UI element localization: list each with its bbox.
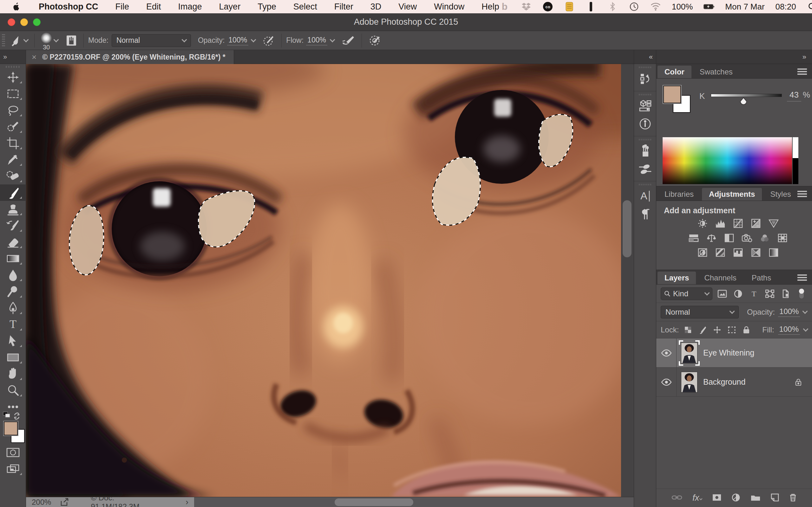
- color-balance-icon[interactable]: [705, 233, 717, 243]
- layer-thumbnail[interactable]: [681, 343, 698, 363]
- opacity-value[interactable]: 100%: [227, 36, 248, 45]
- delete-layer-button[interactable]: [789, 493, 797, 503]
- curves-icon[interactable]: [732, 218, 744, 228]
- lock-all-icon[interactable]: [741, 325, 752, 335]
- history-panel-button[interactable]: [634, 70, 656, 88]
- brush-settings-panel-button[interactable]: [634, 160, 656, 178]
- tool-clone-stamp[interactable]: [0, 201, 26, 217]
- menu-app-name[interactable]: Photoshop CC: [39, 2, 98, 12]
- brush-preset-picker[interactable]: 30: [37, 33, 62, 48]
- layer-style-button[interactable]: fx: [693, 493, 702, 503]
- levels-icon[interactable]: [714, 218, 726, 228]
- layer-visibility-toggle[interactable]: [656, 338, 676, 368]
- lock-artboard-icon[interactable]: [726, 325, 737, 335]
- panel-menu-icon[interactable]: [798, 274, 807, 276]
- new-layer-button[interactable]: [771, 493, 779, 503]
- threshold-icon[interactable]: [732, 247, 744, 258]
- menu-view[interactable]: View: [398, 2, 417, 12]
- channel-mixer-icon[interactable]: [759, 233, 771, 243]
- panel-menu-icon[interactable]: [798, 68, 807, 70]
- menu-help[interactable]: Help: [481, 2, 499, 12]
- menu-window[interactable]: Window: [434, 2, 464, 12]
- character-panel-button[interactable]: A: [634, 187, 656, 205]
- tool-dodge[interactable]: [0, 283, 26, 300]
- tool-preset-picker[interactable]: [5, 33, 32, 48]
- tool-move[interactable]: [0, 69, 26, 86]
- menu-file[interactable]: File: [115, 2, 129, 12]
- tool-pen[interactable]: [0, 300, 26, 316]
- photo-closeup-face[interactable]: [26, 64, 621, 497]
- panels-collapse-header[interactable]: »: [656, 50, 812, 64]
- menu-image[interactable]: Image: [178, 2, 202, 12]
- new-group-button[interactable]: [751, 494, 761, 503]
- tab-channels[interactable]: Channels: [697, 272, 743, 284]
- brush-presets-panel-button[interactable]: [634, 142, 656, 160]
- chevron-down-icon[interactable]: [803, 326, 809, 331]
- tool-rectangular-marquee[interactable]: [0, 86, 26, 102]
- document-canvas[interactable]: [26, 64, 634, 497]
- apple-menu-icon[interactable]: [11, 1, 21, 12]
- menu-select[interactable]: Select: [293, 2, 317, 12]
- tool-path-selection[interactable]: [0, 333, 26, 349]
- default-colors-icon[interactable]: [3, 411, 21, 422]
- selective-color-icon[interactable]: [750, 247, 762, 258]
- toolbar-collapse-header[interactable]: »: [0, 50, 26, 64]
- horizontal-scrollbar[interactable]: [194, 497, 634, 507]
- tab-layers[interactable]: Layers: [658, 272, 696, 284]
- notes-app-icon[interactable]: [564, 1, 575, 12]
- toggle-brush-panel-button[interactable]: [62, 33, 81, 48]
- lock-transparency-icon[interactable]: [682, 325, 693, 335]
- menu-3d[interactable]: 3D: [370, 2, 382, 12]
- layer-opacity-value[interactable]: 100%: [778, 307, 800, 317]
- tab-swatches[interactable]: Swatches: [693, 66, 740, 78]
- share-icon[interactable]: [59, 497, 70, 507]
- status-options-chevron[interactable]: ›: [186, 497, 189, 507]
- tab-styles[interactable]: Styles: [763, 188, 798, 201]
- lock-pixels-icon[interactable]: [697, 325, 708, 335]
- time-machine-icon[interactable]: [629, 1, 640, 12]
- black-white-icon[interactable]: [723, 233, 735, 243]
- bluetooth-icon[interactable]: [607, 1, 618, 12]
- flow-value[interactable]: 100%: [306, 36, 327, 45]
- foreground-color-well[interactable]: [663, 86, 681, 103]
- tool-crop[interactable]: [0, 135, 26, 152]
- color-lookup-icon[interactable]: [776, 233, 789, 243]
- tablet-size-pressure-button[interactable]: [364, 33, 385, 48]
- k-slider-thumb[interactable]: [740, 97, 748, 107]
- tool-spot-healing-brush[interactable]: [0, 168, 26, 184]
- spotlight-search-icon[interactable]: [807, 1, 812, 12]
- k-value-field[interactable]: 43: [787, 90, 801, 101]
- brightness-contrast-icon[interactable]: [697, 218, 709, 228]
- document-tab[interactable]: × © P2270159.ORF @ 200% (Eye Whitening, …: [26, 50, 234, 64]
- dropbox-icon[interactable]: [521, 1, 531, 12]
- tab-libraries[interactable]: Libraries: [658, 188, 701, 201]
- invert-icon[interactable]: [697, 247, 709, 258]
- layer-filter-kind-dropdown[interactable]: Kind: [661, 287, 712, 300]
- fill-value[interactable]: 100%: [778, 325, 800, 335]
- layer-thumbnail[interactable]: [681, 372, 698, 393]
- lock-position-icon[interactable]: [712, 325, 722, 335]
- tool-zoom[interactable]: [0, 382, 26, 399]
- layer-name[interactable]: Eye Whitening: [703, 348, 754, 357]
- menu-type[interactable]: Type: [258, 2, 276, 12]
- posterize-icon[interactable]: [714, 247, 726, 258]
- menubar-time[interactable]: 08:20: [775, 2, 796, 12]
- filter-pixel-layers-icon[interactable]: [716, 287, 728, 300]
- creative-cloud-icon[interactable]: co: [542, 1, 553, 12]
- tool-eyedropper[interactable]: [0, 152, 26, 168]
- hue-saturation-icon[interactable]: [688, 233, 700, 243]
- add-layer-mask-button[interactable]: [712, 494, 722, 503]
- blend-mode-dropdown[interactable]: Normal: [112, 34, 191, 47]
- link-layers-button[interactable]: [671, 494, 682, 502]
- filter-shape-layers-icon[interactable]: [764, 287, 776, 300]
- info-panel-button[interactable]: [634, 115, 656, 133]
- airbrush-button[interactable]: [338, 33, 359, 48]
- vertical-scrollbar[interactable]: [621, 64, 634, 497]
- color-spectrum-ramp[interactable]: [663, 137, 798, 184]
- tool-eraser[interactable]: [0, 234, 26, 250]
- layer-visibility-toggle[interactable]: [656, 368, 676, 397]
- b-status-icon[interactable]: b: [499, 1, 510, 12]
- tab-adjustments[interactable]: Adjustments: [702, 188, 762, 201]
- tool-lasso[interactable]: [0, 102, 26, 118]
- wifi-icon[interactable]: [650, 1, 661, 12]
